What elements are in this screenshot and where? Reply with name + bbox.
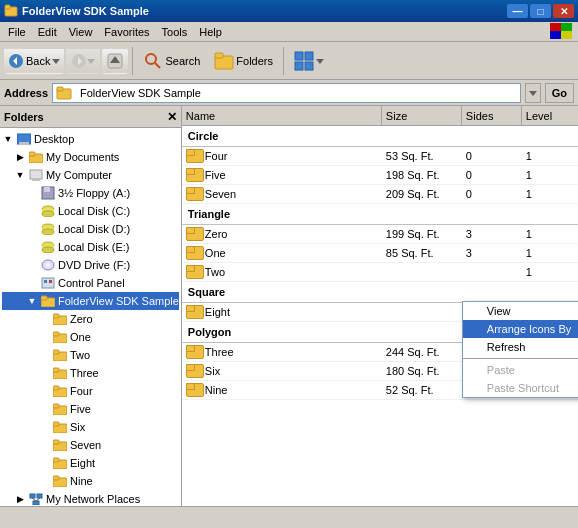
tree-area: ▼ Desktop ▶ My Documents ▼ My — [0, 128, 181, 506]
tree-item-diskd[interactable]: Local Disk (D:) — [2, 220, 179, 238]
tree-item-diskc[interactable]: Local Disk (C:) — [2, 202, 179, 220]
menu-favorites[interactable]: Favorites — [98, 24, 155, 40]
forward-button[interactable] — [66, 48, 100, 74]
tree-item-dvd[interactable]: DVD Drive (F:) — [2, 256, 179, 274]
folder-icon — [186, 364, 202, 378]
toolbar-sep-1 — [132, 47, 133, 75]
go-button[interactable]: Go — [545, 83, 574, 103]
list-item[interactable]: Four 53 Sq. Ft. 0 1 — [182, 147, 578, 166]
ctx-item-arrange[interactable]: Arrange Icons By Name Size ● Sides Level — [463, 320, 578, 338]
address-dropdown[interactable] — [525, 83, 541, 103]
folders-button[interactable]: Folders — [208, 47, 279, 75]
floppy-icon — [40, 185, 56, 201]
tree-item-nine[interactable]: Nine — [2, 472, 179, 490]
svg-rect-70 — [30, 494, 35, 498]
maximize-button[interactable]: □ — [530, 4, 551, 18]
dvd-icon — [40, 257, 56, 273]
tree-item-five[interactable]: Five — [2, 400, 179, 418]
tree-expand-desktop[interactable]: ▼ — [2, 133, 14, 145]
svg-rect-71 — [37, 494, 42, 498]
tree-item-folderview[interactable]: ▼ FolderView SDK Sample — [2, 292, 179, 310]
group-square: Square — [182, 282, 578, 303]
col-header-level[interactable]: Level — [522, 106, 578, 125]
menu-edit[interactable]: Edit — [32, 24, 63, 40]
col-header-size[interactable]: Size — [382, 106, 462, 125]
minimize-button[interactable]: — — [507, 4, 528, 18]
tree-item-zero[interactable]: Zero — [2, 310, 179, 328]
svg-rect-57 — [53, 368, 59, 372]
tree-item-four[interactable]: Four — [2, 382, 179, 400]
tree-item-eight[interactable]: Eight — [2, 454, 179, 472]
desktop-icon — [16, 131, 32, 147]
folder-icon — [186, 246, 202, 260]
folder-five-icon — [52, 401, 68, 417]
toolbar: Back Search Folders — [0, 42, 578, 80]
tree-label-eight: Eight — [70, 457, 95, 469]
up-button[interactable] — [102, 48, 128, 74]
folders-panel-close[interactable]: ✕ — [167, 110, 177, 124]
view-button[interactable] — [288, 47, 330, 75]
window-title: FolderView SDK Sample — [22, 5, 149, 17]
col-level-label: Level — [526, 110, 552, 122]
list-item[interactable]: One 85 Sq. Ft. 3 1 — [182, 244, 578, 263]
tree-label-three: Three — [70, 367, 99, 379]
tree-item-one[interactable]: One — [2, 328, 179, 346]
tree-item-ctrlpanel[interactable]: Control Panel — [2, 274, 179, 292]
list-item[interactable]: Zero 199 Sq. Ft. 3 1 — [182, 225, 578, 244]
tree-item-seven[interactable]: Seven — [2, 436, 179, 454]
list-item[interactable]: Seven 209 Sq. Ft. 0 1 — [182, 185, 578, 204]
tree-expand-mycomputer[interactable]: ▼ — [14, 169, 26, 181]
col-header-name[interactable]: Name — [182, 106, 382, 125]
svg-rect-69 — [53, 476, 59, 480]
tree-expand-mydocs[interactable]: ▶ — [14, 151, 26, 163]
folder-three-icon — [52, 365, 68, 381]
folder-icon — [186, 265, 202, 279]
svg-point-42 — [42, 247, 54, 253]
folders-label: Folders — [236, 55, 273, 67]
list-item[interactable]: Five 198 Sq. Ft. 0 1 — [182, 166, 578, 185]
view-dropdown-icon — [316, 57, 324, 65]
close-button[interactable]: ✕ — [553, 4, 574, 18]
col-size-label: Size — [386, 110, 407, 122]
tree-item-mydocs[interactable]: ▶ My Documents — [2, 148, 179, 166]
ctx-item-view[interactable]: View — [463, 302, 578, 320]
tree-label-floppy: 3½ Floppy (A:) — [58, 187, 130, 199]
menu-view[interactable]: View — [63, 24, 99, 40]
right-panel: Name Size Sides Level Circle Four 53 Sq.… — [182, 106, 578, 506]
menu-help[interactable]: Help — [193, 24, 228, 40]
tree-label-diskd: Local Disk (D:) — [58, 223, 130, 235]
ctx-item-refresh[interactable]: Refresh — [463, 338, 578, 356]
search-button[interactable]: Search — [137, 47, 206, 75]
col-header-sides[interactable]: Sides — [462, 106, 522, 125]
tree-item-two[interactable]: Two — [2, 346, 179, 364]
tree-label-diskc: Local Disk (C:) — [58, 205, 130, 217]
title-bar: FolderView SDK Sample — □ ✕ — [0, 0, 578, 22]
tree-item-mycomputer[interactable]: ▼ My Computer — [2, 166, 179, 184]
menu-tools[interactable]: Tools — [156, 24, 194, 40]
back-button[interactable]: Back — [4, 48, 64, 74]
tree-expand-network[interactable]: ▶ — [14, 493, 26, 505]
svg-rect-19 — [305, 52, 313, 60]
tree-item-three[interactable]: Three — [2, 364, 179, 382]
tree-label-six: Six — [70, 421, 85, 433]
folder-icon — [186, 149, 202, 163]
ctx-refresh-label: Refresh — [487, 341, 526, 353]
svg-rect-65 — [53, 440, 59, 444]
svg-line-15 — [155, 63, 160, 68]
folder-icon — [186, 187, 202, 201]
tree-item-diske[interactable]: Local Disk (E:) — [2, 238, 179, 256]
tree-label-ctrlpanel: Control Panel — [58, 277, 125, 289]
network-icon — [28, 491, 44, 506]
tree-item-six[interactable]: Six — [2, 418, 179, 436]
tree-item-floppy[interactable]: 3½ Floppy (A:) — [2, 184, 179, 202]
tree-item-network[interactable]: ▶ My Network Places — [2, 490, 179, 506]
ctx-arrange-label: Arrange Icons By — [487, 323, 571, 335]
tree-item-desktop[interactable]: ▼ Desktop — [2, 130, 179, 148]
back-label: Back — [26, 55, 50, 67]
tree-label-two: Two — [70, 349, 90, 361]
ctx-item-paste: Paste — [463, 361, 578, 379]
list-item[interactable]: Two 1 — [182, 263, 578, 282]
menu-bar: File Edit View Favorites Tools Help — [0, 22, 578, 42]
menu-file[interactable]: File — [2, 24, 32, 40]
tree-expand-folderview[interactable]: ▼ — [26, 295, 38, 307]
